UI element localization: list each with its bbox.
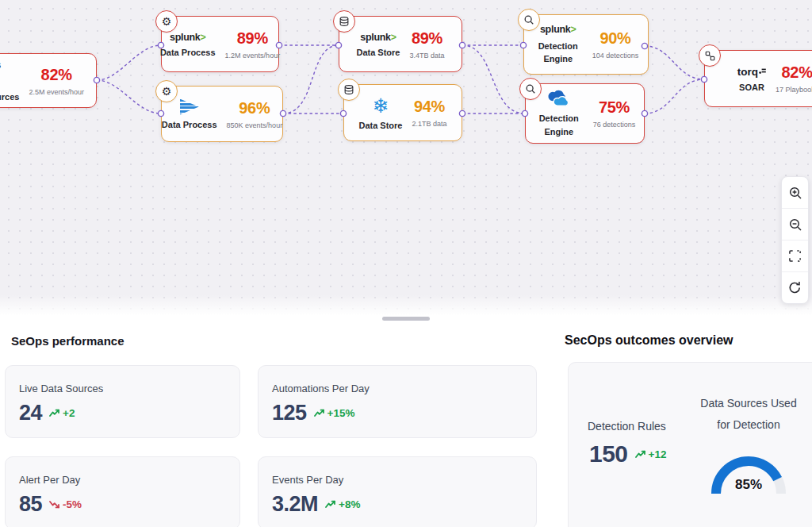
torq-logo: torq [737,66,766,78]
aws-logo: aws [0,60,1,77]
node-label: Data Process [160,48,216,57]
trend-up-icon [49,409,60,417]
flow-canvas[interactable]: aws +25 Data Sources 82% 2.5M events/hou… [0,0,812,315]
zoom-in-button[interactable] [782,177,808,209]
node-metric: 1.2M events/hour [225,52,281,60]
metric-label: Events Per Day [272,474,523,486]
node-label: Data Process [162,120,217,129]
gear-icon: ⚙ [155,10,178,33]
detection-rules-value: 150 [589,440,628,467]
node-metric: 104 detections [592,52,639,60]
detection-rules-label: Detection Rules [588,420,666,433]
node-data-store-snowflake[interactable]: ❄ Data Store 94% 2.1TB data [343,84,462,141]
node-data-store-splunk[interactable]: splunk> Data Store 89% 3.4TB data [339,16,462,72]
zoom-out-button[interactable] [782,209,808,240]
fit-view-button[interactable] [782,240,808,272]
cloud-icon [545,89,573,107]
gauge-label: Data Sources Used for Detection [676,393,812,436]
metric-value: 24 [19,401,42,425]
node-health-percent: 75% [599,98,630,117]
node-health-percent: 89% [237,29,268,48]
metric-trend: +8% [325,498,360,510]
snowflake-icon: ❄ [373,96,389,116]
workflow-icon [699,44,721,67]
aws-logo-text: aws [0,60,1,70]
node-data-process-stream[interactable]: ⚙ Data Process 96% 850K events/hour [161,86,283,142]
refresh-icon[interactable] [782,272,808,303]
node-data-process-splunk[interactable]: ⚙ splunk> Data Process 89% 1.2M events/h… [161,16,279,72]
node-metric: 17 Playbooks [776,86,812,94]
node-label: Detection Engine [534,40,583,66]
node-label: Data Sources [0,92,19,102]
node-label: Data Store [356,48,400,57]
trend-up-icon [635,450,646,459]
metric-card-automations-per-day: Automations Per Day 125 +15% [258,365,537,438]
panel-drag-handle[interactable] [382,317,430,321]
trend-up-icon [325,500,336,509]
node-health-percent: 94% [414,98,445,116]
outcomes-card: Detection Rules 150 +12 Data Sources Use… [568,362,812,527]
metric-value: 3.2M [272,492,318,517]
splunk-logo: splunk> [170,32,205,43]
outcomes-section-title: SecOps outcomes overview [565,333,733,348]
metric-label: Automations Per Day [272,383,523,394]
search-icon [518,9,540,31]
node-health-percent: 89% [412,29,442,48]
node-metric: 2.1TB data [412,120,447,128]
node-metric: 850K events/hour [227,121,283,129]
node-label: Data Store [358,121,402,130]
gauge-value: 85% [710,477,787,493]
node-health-percent: 96% [239,99,270,117]
node-health-percent: 82% [41,66,72,84]
torq-logo-mark [759,66,766,75]
search-icon [519,78,542,100]
splunk-logo: splunk> [540,24,576,35]
canvas-bottom-fade [0,294,812,315]
metric-card-alert-per-day: Alert Per Day 85 -5% [5,456,240,527]
metric-label: Live Data Sources [19,383,226,394]
node-detection-engine-cloud[interactable]: Detection Engine 75% 76 detections [525,83,645,144]
metric-value: 125 [272,401,307,425]
metric-label: Alert Per Day [19,474,226,486]
node-label: SOAR [739,83,764,92]
node-health-percent: 90% [599,29,630,48]
database-icon [333,10,355,33]
gear-icon: ⚙ [155,80,178,102]
node-metric: 76 detections [593,121,636,129]
node-label: Detection Engine [534,112,584,138]
node-metric: 2.5M events/hour [29,88,84,96]
trend-down-icon [49,500,60,509]
metric-trend: -5% [49,498,82,510]
metric-card-live-data-sources: Live Data Sources 24 +2 [5,365,240,438]
node-soar-torq[interactable]: torq SOAR 82% 17 Playbooks [704,50,812,107]
metric-trend: +2 [49,407,75,419]
canvas-toolbar [781,176,809,304]
node-detection-engine-splunk[interactable]: splunk> Detection Engine 90% 104 detecti… [523,14,649,75]
stream-processor-icon [180,99,199,115]
stats-panel: SeOps performance Live Data Sources 24 +… [0,315,812,527]
metric-value: 85 [19,492,42,517]
node-metric: 3.4TB data [410,52,445,60]
detection-rules-trend: +12 [635,448,667,460]
metric-trend: +15% [314,407,355,419]
trend-up-icon [314,409,325,417]
node-data-sources-aws[interactable]: aws +25 Data Sources 82% 2.5M events/hou… [0,53,97,108]
splunk-logo: splunk> [360,32,396,43]
database-icon [338,79,360,101]
node-health-percent: 82% [782,63,812,82]
performance-section-title: SeOps performance [11,334,124,348]
metric-card-events-per-day: Events Per Day 3.2M +8% [258,456,537,527]
